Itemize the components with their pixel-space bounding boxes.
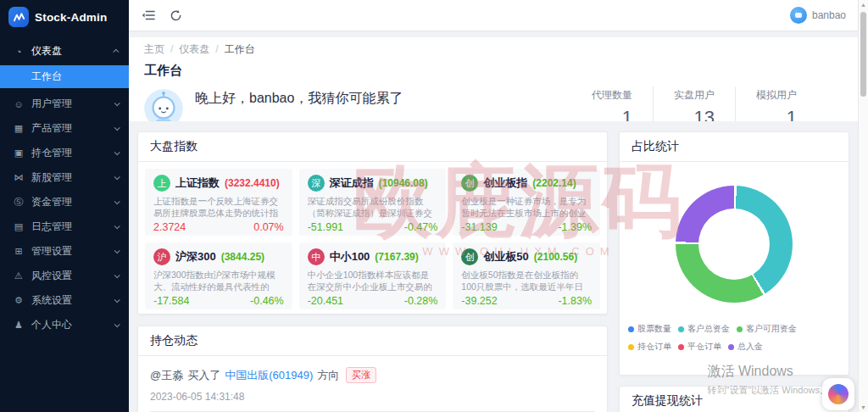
legend-item[interactable]: 平仓订单 bbox=[678, 341, 721, 353]
scrollbar-down-arrow[interactable]: ▼ bbox=[859, 404, 868, 410]
index-icon: 创 bbox=[461, 175, 478, 192]
index-value: (7167.39) bbox=[375, 251, 418, 263]
sidebar-item-workbench-selected[interactable]: 工作台 bbox=[0, 65, 129, 88]
index-change: -17.584 bbox=[153, 295, 189, 307]
index-change: -31.139 bbox=[461, 221, 497, 233]
legend-label: 股票数量 bbox=[637, 323, 671, 335]
index-name: 深证成指 bbox=[330, 175, 374, 191]
index-change: -20.451 bbox=[308, 295, 343, 307]
sidebar-item[interactable]: ⊞ 管理设置 bbox=[0, 239, 129, 264]
dashboard-icon: ◔ bbox=[12, 47, 25, 57]
user-menu[interactable]: banbao bbox=[790, 7, 846, 24]
stat-block: 模拟用户 1 bbox=[735, 86, 817, 121]
main-area: banbao 主页 仪表盘 工作台 工作台 bbox=[129, 0, 858, 412]
index-description: 创业板50指数是在创业板指的100只股票中，选取最近半年日均成交额排名靠前的 bbox=[461, 269, 592, 292]
user-name: banbao bbox=[812, 9, 846, 21]
greeting-subtext: —— bbox=[195, 115, 403, 121]
sidebar-menu: ◔ 仪表盘 工作台 ☺ 用户管理 ▦ 产品管理 bbox=[0, 39, 129, 337]
legend-label: 持仓订单 bbox=[637, 341, 671, 353]
index-card[interactable]: 上 上证指数 (3232.4410) 上证指数是一个反映上海证券交易所挂牌股票总… bbox=[145, 169, 292, 236]
index-name: 上证指数 bbox=[175, 175, 220, 191]
system-settings-icon: ⚙ bbox=[12, 295, 25, 306]
sidebar-item-label: 工作台 bbox=[31, 70, 62, 84]
sidebar-item[interactable]: ⚙ 系统设置 bbox=[0, 288, 129, 313]
chevron-up-icon bbox=[113, 49, 119, 55]
scrollbar-thumb[interactable] bbox=[860, 12, 866, 97]
index-change: -51.991 bbox=[308, 221, 343, 233]
index-card[interactable]: 深 深证成指 (10946.08) 深证成指交易所成份股价指数（简称深证成指）是… bbox=[299, 169, 447, 236]
menu-fold-icon[interactable] bbox=[141, 8, 156, 23]
direction-badge: 买涨 bbox=[346, 367, 376, 383]
sidebar-item[interactable]: ▦ 产品管理 bbox=[0, 116, 129, 141]
chevron-down-icon bbox=[114, 272, 120, 278]
sidebar-item[interactable]: ▤ 日志管理 bbox=[0, 214, 129, 239]
index-description: 上证指数是一个反映上海证券交易所挂牌股票总体走势的统计指标 bbox=[153, 195, 284, 219]
legend-item[interactable]: 持仓订单 bbox=[628, 341, 671, 353]
sidebar-item-dashboard[interactable]: ◔ 仪表盘 bbox=[0, 39, 129, 64]
indices-cards: 上 上证指数 (3232.4410) 上证指数是一个反映上海证券交易所挂牌股票总… bbox=[138, 162, 607, 315]
chevron-down-icon bbox=[114, 248, 120, 253]
breadcrumb-home[interactable]: 主页 bbox=[144, 42, 164, 57]
index-value: (10946.08) bbox=[379, 177, 428, 189]
positions-icon: ▣ bbox=[12, 148, 25, 159]
sidebar-item[interactable]: Ⓢ 资金管理 bbox=[0, 190, 129, 214]
funds-icon: Ⓢ bbox=[12, 196, 25, 209]
sidebar-item[interactable]: ♟ 个人中心 bbox=[0, 313, 129, 337]
index-icon: 沪 bbox=[153, 248, 170, 265]
hero-section: 主页 仪表盘 工作台 工作台 bbox=[129, 37, 858, 121]
recharge-panel: 充值提现统计 bbox=[619, 386, 849, 412]
ratio-panel: 占比统计 股票数量 客户总资金 bbox=[619, 131, 849, 376]
index-change-percent: -1.39% bbox=[558, 221, 592, 233]
legend-label: 客户总资金 bbox=[687, 323, 730, 335]
index-description: 沪深300指数由沪深市场中规模大、流动性好的最具代表性的300只证券组成。 bbox=[153, 269, 284, 292]
sidebar-item[interactable]: ☺ 用户管理 bbox=[0, 92, 129, 116]
legend-dot-icon bbox=[678, 326, 684, 332]
position-direction-label: 方向 bbox=[317, 368, 339, 383]
index-card[interactable]: 创 创业板指 (2202.14) 创业板是一种证券市场，是专为暂时无法在主板市场… bbox=[453, 169, 600, 236]
legend-item[interactable]: 股票数量 bbox=[628, 323, 671, 335]
refresh-icon[interactable] bbox=[168, 8, 183, 23]
floating-extension-button[interactable] bbox=[822, 378, 854, 410]
chevron-down-icon bbox=[114, 100, 120, 106]
index-value: (2100.56) bbox=[534, 251, 577, 263]
chevron-down-icon bbox=[114, 297, 120, 303]
index-card[interactable]: 中 中小100 (7167.39) 中小企业100指数样本应该都是在深交所中小企… bbox=[299, 242, 447, 309]
indices-panel: 大盘指数 上 上证指数 (3232.4410) 上证指数是一个反映上海证券交易 bbox=[137, 131, 608, 315]
positions-panel: 持仓动态 @王淼 买入了 中国出版(601949) 方向 买涨 bbox=[137, 326, 608, 412]
sidebar-item-label: 个人中心 bbox=[31, 318, 72, 332]
sidebar-item-label: 用户管理 bbox=[31, 97, 72, 111]
sidebar-item-label: 系统设置 bbox=[31, 293, 72, 308]
index-card[interactable]: 创 创业板50 (2100.56) 创业板50指数是在创业板指的100只股票中，… bbox=[453, 242, 600, 309]
sidebar-item[interactable]: ⋈ 新股管理 bbox=[0, 165, 129, 190]
stock-link[interactable]: 中国出版(601949) bbox=[225, 368, 313, 383]
app-logo[interactable]: Stock-Admin bbox=[0, 0, 129, 34]
scrollbar-up-arrow[interactable]: ▲ bbox=[859, 2, 868, 8]
index-card[interactable]: 沪 沪深300 (3844.25) 沪深300指数由沪深市场中规模大、流动性好的… bbox=[145, 242, 292, 309]
index-change-percent: 0.07% bbox=[253, 221, 283, 233]
app-title: Stock-Admin bbox=[35, 11, 107, 24]
sidebar-item[interactable]: ⚠ 风控设置 bbox=[0, 264, 129, 288]
index-value: (3232.4410) bbox=[225, 177, 280, 189]
legend-item[interactable]: 客户总资金 bbox=[678, 323, 730, 335]
app-root: Stock-Admin ◔ 仪表盘 工作台 ☺ 用户管理 ▦ 产品管理 bbox=[0, 0, 868, 412]
legend-item[interactable]: 客户可用资金 bbox=[737, 323, 797, 335]
sidebar-item[interactable]: ▣ 持仓管理 bbox=[0, 141, 129, 165]
greeting-text: 晚上好，banbao，我猜你可能累了 bbox=[195, 90, 403, 108]
vertical-scrollbar[interactable]: ▲ ▼ bbox=[858, 0, 868, 412]
topbar: banbao bbox=[129, 0, 858, 31]
mascot-avatar bbox=[144, 89, 183, 121]
positions-panel-title: 持仓动态 bbox=[138, 326, 607, 356]
index-change: -39.252 bbox=[461, 295, 497, 307]
legend-dot-icon bbox=[737, 326, 743, 332]
ratio-legend: 股票数量 客户总资金 客户可用资金 bbox=[620, 323, 849, 353]
logs-icon: ▤ bbox=[12, 221, 25, 232]
stat-label: 实盘用户 bbox=[674, 88, 715, 103]
breadcrumb-dashboard[interactable]: 仪表盘 bbox=[164, 42, 209, 57]
index-change-percent: -0.47% bbox=[404, 221, 438, 233]
legend-item[interactable]: 总入金 bbox=[728, 341, 763, 353]
legend-label: 客户可用资金 bbox=[746, 323, 797, 335]
legend-dot-icon bbox=[628, 344, 634, 350]
chevron-down-icon bbox=[114, 223, 120, 229]
index-icon: 上 bbox=[153, 175, 170, 192]
new-stock-icon: ⋈ bbox=[12, 172, 25, 183]
